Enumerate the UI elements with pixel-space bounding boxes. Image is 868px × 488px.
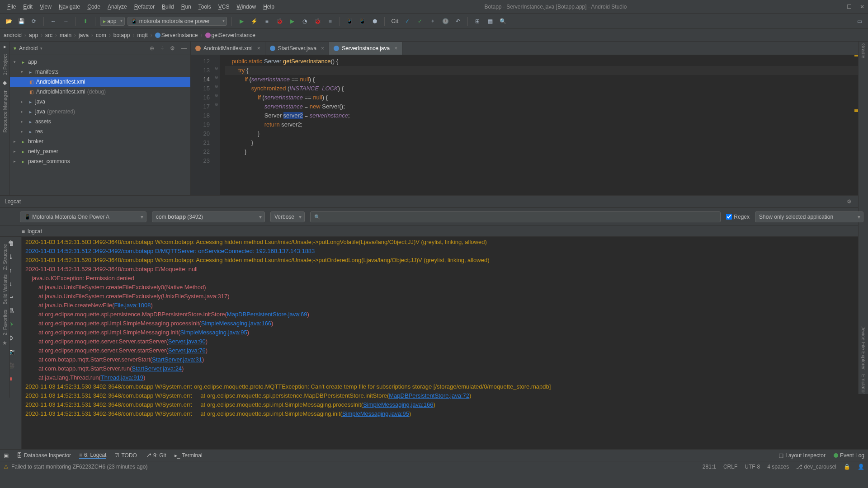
tab-ServerInstance-java[interactable]: ServerInstance.java×	[329, 42, 402, 55]
status-eol[interactable]: CRLF	[723, 464, 737, 470]
tree-manifests[interactable]: ▾▸manifests	[10, 67, 190, 77]
back-icon[interactable]: ←	[48, 16, 58, 26]
hide-icon[interactable]: —	[181, 45, 187, 52]
tree-netty_parser[interactable]: ▸▸netty_parser	[10, 146, 190, 156]
resource-mgr-icon[interactable]: ◆	[3, 80, 7, 86]
sync-icon[interactable]: ⟳	[29, 16, 39, 26]
build-variants-label[interactable]: Build Variants	[2, 274, 8, 305]
apply-changes-icon[interactable]: ⚡	[249, 16, 259, 26]
maximize-icon[interactable]: ☐	[847, 4, 852, 10]
tab-layout-inspector[interactable]: ◫ Layout Inspector	[778, 452, 826, 459]
menu-edit[interactable]: Edit	[19, 4, 36, 10]
crumb-com[interactable]: com	[96, 32, 106, 38]
menu-file[interactable]: File	[4, 4, 19, 10]
open-icon[interactable]: 📂	[4, 16, 14, 26]
crumb-botapp[interactable]: botapp	[113, 32, 130, 38]
tab-todo[interactable]: ☑ TODO	[114, 452, 137, 459]
lock-icon[interactable]: 🔒	[844, 464, 850, 470]
profile-icon[interactable]: ◔	[300, 16, 310, 26]
logcat-regex-check[interactable]: Regex	[726, 214, 750, 220]
git-push-icon[interactable]: ✦	[428, 16, 438, 26]
menu-analyze[interactable]: Analyze	[104, 4, 131, 10]
layout-icon[interactable]: ▦	[485, 16, 495, 26]
menu-run[interactable]: Run	[178, 4, 195, 10]
resource-mgr-label[interactable]: Resource Manager	[2, 90, 8, 133]
logcat-filter-combo[interactable]: Show only selected application	[755, 211, 863, 222]
status-encoding[interactable]: UTF-8	[745, 464, 760, 470]
crumb-getServerInstance[interactable]: getServerInstance	[205, 32, 255, 38]
tree-AndroidManifest-xml[interactable]: ◧AndroidManifest.xml (debug)	[10, 87, 190, 97]
debug-icon[interactable]: 🐞	[274, 16, 284, 26]
crumb-mqtt[interactable]: mqtt	[137, 32, 147, 38]
project-structure-icon[interactable]: ⊞	[472, 16, 482, 26]
git-commit-icon[interactable]: ✓	[415, 16, 425, 26]
close-tab-icon[interactable]: ×	[321, 45, 324, 52]
logcat-level-combo[interactable]: Verbose	[270, 211, 305, 222]
crumb-ServerInstance[interactable]: ServerInstance	[155, 32, 198, 38]
project-tool-label[interactable]: 1: Project	[2, 54, 8, 75]
gear-icon[interactable]: ⚙	[170, 45, 175, 52]
crumb-java[interactable]: java	[79, 32, 89, 38]
close-tab-icon[interactable]: ×	[394, 45, 397, 52]
favorites-label[interactable]: 2: Favorites	[2, 310, 8, 335]
tab-StartServer-java[interactable]: StartServer.java×	[265, 42, 329, 55]
tree-java[interactable]: ▸▸java (generated)	[10, 107, 190, 117]
structure-label[interactable]: Z: Structure	[2, 244, 8, 270]
target-icon[interactable]: ⊕	[150, 45, 154, 52]
crumb-app[interactable]: app	[29, 32, 38, 38]
git-history-icon[interactable]: 🕐	[440, 16, 450, 26]
logcat-process-combo[interactable]: com.botapp (3492)	[152, 211, 265, 222]
star-icon[interactable]: ★	[2, 340, 7, 346]
inspector-icon[interactable]: 👤	[858, 464, 864, 470]
status-branch[interactable]: ⎇ dev_carousel	[796, 464, 836, 470]
coverage-icon[interactable]: ▶	[287, 16, 297, 26]
collapse-icon[interactable]: ▸	[4, 43, 6, 50]
git-update-icon[interactable]: ✓	[402, 16, 412, 26]
tree-AndroidManifest-xml[interactable]: ◧AndroidManifest.xml	[10, 77, 190, 87]
notifications-icon[interactable]: ▭	[854, 16, 864, 26]
minimize-icon[interactable]: —	[833, 4, 839, 10]
menu-window[interactable]: Window	[233, 4, 259, 10]
crumb-main[interactable]: main	[60, 32, 71, 38]
tree-parser_commons[interactable]: ▸▸parser_commons	[10, 156, 190, 166]
stop-icon[interactable]: ■	[325, 16, 335, 26]
code-text[interactable]: public static Server getServerInstance()…	[220, 55, 868, 195]
menu-refactor[interactable]: Refactor	[131, 4, 158, 10]
device-explorer-label[interactable]: Device File Explorer	[861, 325, 866, 370]
search-icon[interactable]: 🔍	[498, 16, 508, 26]
resource-icon[interactable]: ⬢	[370, 16, 380, 26]
menu-build[interactable]: Build	[158, 4, 178, 10]
logcat-device-combo[interactable]: 📱 Motorola Motorola One Power A	[20, 211, 146, 222]
tree-assets[interactable]: ▸▸assets	[10, 117, 190, 127]
crumb-android[interactable]: android	[4, 32, 22, 38]
tab-database-inspector[interactable]: 🗄 Database Inspector	[17, 452, 71, 459]
tree-java[interactable]: ▸▸java	[10, 97, 190, 107]
fold-strip[interactable]: ⊖⊖⊖⊖⊖	[213, 55, 220, 195]
forward-icon[interactable]: →	[61, 16, 71, 26]
close-tab-icon[interactable]: ×	[257, 45, 260, 52]
tree-res[interactable]: ▸▸res	[10, 127, 190, 136]
avd-icon[interactable]: 📱	[344, 16, 354, 26]
tab-AndroidManifest-xml[interactable]: AndroidManifest.xml×	[191, 42, 265, 55]
logcat-gear-icon[interactable]: ⚙	[847, 198, 852, 205]
menu-help[interactable]: Help	[259, 4, 278, 10]
attach-icon[interactable]: 🐞	[312, 16, 322, 26]
run-config-combo[interactable]: ▸ app	[100, 17, 125, 26]
tree-app[interactable]: ▾▸app	[10, 57, 190, 67]
menu-view[interactable]: View	[36, 4, 55, 10]
filter-icon[interactable]: ≡	[22, 228, 25, 235]
close-icon[interactable]: ✕	[860, 4, 864, 10]
tab-logcat[interactable]: ≡ 6: Logcat	[79, 452, 106, 459]
apply-code-icon[interactable]: ≡	[262, 16, 272, 26]
git-revert-icon[interactable]: ↶	[453, 16, 463, 26]
logcat-search-input[interactable]	[310, 211, 721, 222]
status-indent[interactable]: 4 spaces	[767, 464, 789, 470]
tool-windows-icon[interactable]: ▣	[4, 452, 9, 459]
run-icon[interactable]: ▶	[236, 16, 246, 26]
menu-code[interactable]: Code	[84, 4, 104, 10]
tab-event-log[interactable]: Event Log	[834, 452, 864, 459]
tab-git[interactable]: ⎇ 9: Git	[145, 452, 166, 459]
save-icon[interactable]: 💾	[16, 16, 26, 26]
crumb-src[interactable]: src	[45, 32, 52, 38]
emulator-label[interactable]: Emulator	[861, 374, 866, 394]
